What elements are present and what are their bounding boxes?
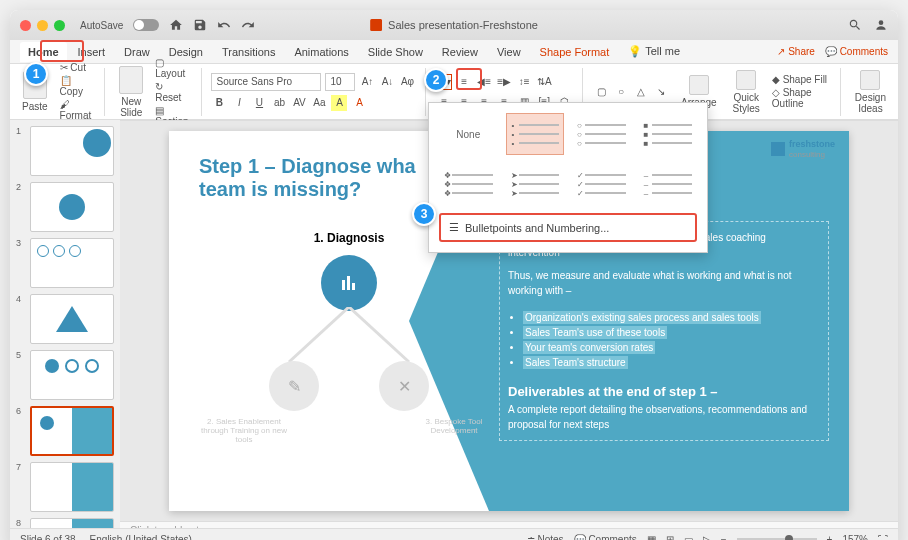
zoom-in[interactable]: + [827, 534, 833, 540]
view-reading[interactable]: ▭ [684, 534, 693, 540]
svg-point-1 [879, 20, 884, 25]
new-slide-button[interactable]: New Slide [115, 64, 147, 120]
thumb-1[interactable]: 1 [16, 126, 114, 176]
layout-button[interactable]: ▢ Layout [155, 57, 190, 79]
autosave-label: AutoSave [80, 20, 123, 31]
shrink-font[interactable]: A↓ [379, 74, 395, 90]
shape-fill[interactable]: ◆ Shape Fill [772, 74, 830, 85]
design-ideas[interactable]: Design Ideas [851, 68, 890, 116]
text-box[interactable]: A sales audit process is a backbone of a… [499, 221, 829, 441]
italic-button[interactable]: I [231, 95, 247, 111]
bullet-check[interactable]: ✓ ✓ ✓ [572, 163, 631, 205]
list-icon: ☰ [449, 221, 459, 234]
logo: freshstoneconsulting [771, 139, 835, 159]
close-icon[interactable] [20, 20, 31, 31]
indent-inc[interactable]: ≡▶ [496, 74, 512, 90]
bold-button[interactable]: B [211, 95, 227, 111]
shadow-button[interactable]: AV [291, 95, 307, 111]
underline-button[interactable]: U [251, 95, 267, 111]
sub-label-1: 2. Sales Enablement through Training on … [199, 417, 289, 444]
share-button[interactable]: ↗ Share [777, 46, 814, 57]
zoom-out[interactable]: − [721, 534, 727, 540]
bullet-square[interactable]: ■ ■ ■ [639, 113, 698, 155]
quick-access-toolbar: AutoSave [80, 18, 255, 32]
bullet-circle[interactable]: ○ ○ ○ [572, 113, 631, 155]
spacing-button[interactable]: Aa [311, 95, 327, 111]
thumb-8[interactable]: 8 [16, 518, 114, 528]
notes-toggle[interactable]: ≐ Notes [527, 534, 564, 540]
font-size[interactable]: 10 [325, 73, 355, 91]
line-spacing[interactable]: ↕≡ [516, 74, 532, 90]
redo-icon[interactable] [241, 18, 255, 32]
highlight-home-tab [40, 40, 84, 62]
bullet-4: Sales Team's structure [523, 356, 628, 369]
tab-transitions[interactable]: Transitions [214, 42, 283, 62]
bullets-numbering-menu[interactable]: ☰ Bulletpoints and Numbering... [439, 213, 697, 242]
connector-lines [249, 307, 449, 367]
callout-1: 1 [24, 62, 48, 86]
tab-slideshow[interactable]: Slide Show [360, 42, 431, 62]
tab-view[interactable]: View [489, 42, 529, 62]
bullet-diamond[interactable]: ❖ ❖ ❖ [439, 163, 498, 205]
quick-styles[interactable]: Quick Styles [729, 68, 764, 116]
diagram[interactable]: 1. Diagnosis ✎ ✕ 2. Sales Enablement thr… [199, 231, 499, 444]
highlight-bullets-button [456, 68, 482, 90]
view-normal[interactable]: ▦ [647, 534, 656, 540]
sub-label-2: 3. Bespoke Tool Development [409, 417, 499, 444]
comments-toggle[interactable]: 💬 Comments [574, 534, 637, 540]
cut-button[interactable]: ✂ Cut [60, 62, 95, 73]
ribbon-tabs: Home Insert Draw Design Transitions Anim… [10, 40, 898, 64]
grow-font[interactable]: A↑ [359, 74, 375, 90]
bullet-none[interactable]: None [439, 113, 498, 155]
thumb-3[interactable]: 3 [16, 238, 114, 288]
thumb-7[interactable]: 7 [16, 462, 114, 512]
view-sorter[interactable]: ⊞ [666, 534, 674, 540]
text-direction[interactable]: ⇅A [536, 74, 552, 90]
bullet-dash[interactable]: – – – [639, 163, 698, 205]
thumb-5[interactable]: 5 [16, 350, 114, 400]
clear-format[interactable]: Aφ [399, 74, 415, 90]
tell-me[interactable]: 💡 Tell me [620, 41, 688, 62]
window-title: Sales presentation-Freshstone [370, 19, 538, 31]
thumb-2[interactable]: 2 [16, 182, 114, 232]
fit-to-window[interactable]: ⛶ [878, 534, 888, 540]
maximize-icon[interactable] [54, 20, 65, 31]
reset-button[interactable]: ↻ Reset [155, 81, 190, 103]
font-color[interactable]: A [351, 95, 367, 111]
font-select[interactable]: Source Sans Pro [211, 73, 321, 91]
tab-shape-format[interactable]: Shape Format [532, 42, 618, 62]
tools-icon: ✕ [379, 361, 429, 411]
shapes-gallery[interactable]: ▢○△↘ [593, 84, 669, 100]
zoom-value[interactable]: 157% [842, 534, 868, 540]
strike-button[interactable]: ab [271, 95, 287, 111]
language[interactable]: English (United States) [90, 534, 192, 540]
shape-outline[interactable]: ◇ Shape Outline [772, 87, 830, 109]
slide-title[interactable]: Step 1 – Diagnose whateam is missing? [199, 155, 416, 201]
autosave-toggle[interactable] [133, 19, 159, 31]
bullet-arrow[interactable]: ➤ ➤ ➤ [506, 163, 565, 205]
notes-pane[interactable]: Click to add notes [120, 521, 898, 528]
bullet-disc[interactable]: • • • [506, 113, 565, 155]
thumb-6[interactable]: 6 [16, 406, 114, 456]
view-slideshow[interactable]: ▷ [703, 534, 711, 540]
bullet-1: Organization's existing sales process an… [523, 311, 761, 324]
minimize-icon[interactable] [37, 20, 48, 31]
tab-review[interactable]: Review [434, 42, 486, 62]
callout-2: 2 [424, 68, 448, 92]
save-icon[interactable] [193, 18, 207, 32]
search-icon[interactable] [848, 18, 862, 32]
comments-button[interactable]: 💬 Comments [825, 46, 888, 57]
thumb-4[interactable]: 4 [16, 294, 114, 344]
undo-icon[interactable] [217, 18, 231, 32]
bullet-2: Sales Team's use of these tools [523, 326, 667, 339]
home-icon[interactable] [169, 18, 183, 32]
user-icon[interactable] [874, 18, 888, 32]
highlight-button[interactable]: A [331, 95, 347, 111]
format-painter[interactable]: 🖌 Format [60, 99, 95, 121]
svg-line-3 [349, 307, 409, 362]
tab-draw[interactable]: Draw [116, 42, 158, 62]
bullets-dropdown: None • • • ○ ○ ○ ■ ■ ■ ❖ ❖ ❖ ➤ [428, 102, 708, 253]
copy-button[interactable]: 📋 Copy [60, 75, 95, 97]
tab-animations[interactable]: Animations [286, 42, 356, 62]
body-text-2: Thus, we measure and evaluate what is wo… [508, 268, 820, 298]
